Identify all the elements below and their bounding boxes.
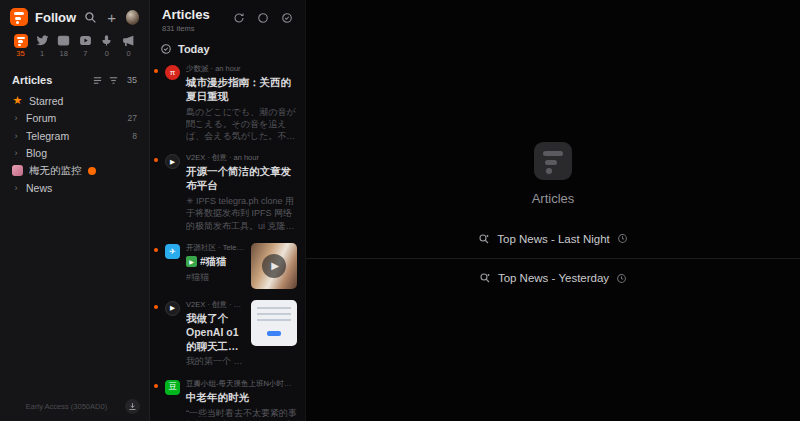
report-label: Top News - Yesterday xyxy=(498,272,609,284)
ai-search-icon xyxy=(478,233,490,245)
section-title: Articles xyxy=(12,74,87,86)
follow-logo-placeholder-icon xyxy=(534,142,572,180)
unread-dot xyxy=(154,248,158,252)
bird-icon xyxy=(35,33,50,48)
feed-avatar: 豆 xyxy=(165,380,180,395)
search-icon[interactable] xyxy=(83,9,97,25)
follow-logo-icon xyxy=(10,8,28,26)
chevron-right-icon: › xyxy=(12,148,20,158)
sidebar: Follow + 35 1 18 7 xyxy=(0,0,150,421)
app-header: Follow + xyxy=(0,0,149,30)
entry-description: 我的第一个 AI 聊天站上… xyxy=(186,355,245,367)
article-list-header: Articles 831 items xyxy=(150,0,305,37)
entry-meta: V2EX · 创意 · an hour xyxy=(186,153,297,163)
star-icon: ★ xyxy=(12,95,23,106)
view-tabs: 35 1 18 7 0 xyxy=(0,30,149,63)
sort-icon[interactable] xyxy=(108,75,119,86)
tab-articles[interactable]: 35 xyxy=(11,33,30,58)
megaphone-icon xyxy=(121,33,136,48)
sidebar-item-news[interactable]: › News xyxy=(0,180,149,198)
unread-dot xyxy=(154,305,158,309)
app-title: Follow xyxy=(35,10,76,25)
feed-avatar: π xyxy=(165,65,180,80)
download-button[interactable] xyxy=(125,399,140,414)
tab-audio[interactable]: 0 xyxy=(97,33,116,58)
feed-avatar: ✈ xyxy=(165,244,180,259)
list-title: Articles xyxy=(162,7,231,22)
entry-title: 城市漫步指南：关西的夏日重现 xyxy=(186,76,297,104)
user-avatar[interactable] xyxy=(126,10,139,25)
item-count: 831 items xyxy=(162,24,231,33)
entry-description: #猫猫 xyxy=(186,271,245,283)
entry-description: “一些当时看去不太要紧的事却能长久扎根在记忆里。它们一向都在那儿安睡，偶尔醒一下… xyxy=(186,407,297,421)
unread-dot xyxy=(154,69,158,73)
check-circle-icon xyxy=(160,43,172,55)
video-icon: ▶ xyxy=(186,256,197,267)
sidebar-item-blog[interactable]: › Blog xyxy=(0,145,149,163)
play-icon: ▶ xyxy=(262,254,286,278)
feed-avatar: ▶ xyxy=(165,301,180,316)
unread-filter-icon[interactable] xyxy=(255,10,271,26)
chevron-right-icon: › xyxy=(12,113,20,123)
article-list-item[interactable]: ▶ V2EX · 创意 · an hour 开源一个简洁的文章发布平台 ✳ IP… xyxy=(150,148,305,237)
tab-videos[interactable]: 7 xyxy=(76,33,95,58)
today-label: Today xyxy=(178,43,210,55)
top-news-last-night[interactable]: Top News - Last Night xyxy=(306,219,800,258)
chevron-right-icon: › xyxy=(12,131,20,141)
video-play-icon xyxy=(78,33,93,48)
version-label: Early Access (3050AD0) xyxy=(14,402,119,411)
article-list-item[interactable]: 豆 豆瓣小组-每天摸鱼上班N小时的我们一起聊… · 3 hours 中老年的时光… xyxy=(150,374,305,421)
add-subscription-button[interactable]: + xyxy=(104,9,118,25)
report-label: Top News - Last Night xyxy=(497,233,610,245)
mark-all-read-icon[interactable] xyxy=(279,10,295,26)
article-list-item[interactable]: ▶ V2EX · 创意 · 3 hours 我做了个 OpenAI o1 的聊天… xyxy=(150,295,305,374)
article-list-item[interactable]: ✈ 开源社区 · Telegram… · 2 hours ▶ #猫猫 #猫猫 ▶ xyxy=(150,238,305,295)
reader-panel: Articles Top News - Last Night Top News … xyxy=(306,0,800,421)
feed-avatar: ▶ xyxy=(165,154,180,169)
sidebar-item-starred[interactable]: ★ Starred xyxy=(0,92,149,110)
picture-icon xyxy=(56,33,71,48)
sidebar-item-forum[interactable]: › Forum 27 xyxy=(0,110,149,128)
tab-social-media[interactable]: 1 xyxy=(33,33,52,58)
feed-section-header: Articles 35 xyxy=(0,63,149,92)
entry-title: 中老年的时光 xyxy=(186,391,297,405)
top-news-yesterday[interactable]: Top News - Yesterday xyxy=(306,258,800,297)
articles-icon xyxy=(14,34,28,48)
article-list-item[interactable]: π 少数派 · an hour 城市漫步指南：关西的夏日重现 島のどこにでも、潮… xyxy=(150,59,305,148)
thumbnail-screenshot[interactable] xyxy=(251,300,297,346)
entry-meta: 开源社区 · Telegram… · 2 hours xyxy=(186,243,245,253)
clock-icon xyxy=(616,273,627,284)
feed-error-badge-icon xyxy=(88,167,96,175)
sidebar-footer: Early Access (3050AD0) xyxy=(0,393,149,421)
entry-description: 島のどこにでも、潮の音が聞こえる。その音を追えば、会える気がした。不管在岛的哪里… xyxy=(186,106,297,143)
tab-pictures[interactable]: 18 xyxy=(54,33,73,58)
entry-meta: 豆瓣小组-每天摸鱼上班N小时的我们一起聊… · 3 hours xyxy=(186,379,297,389)
entry-title: ▶ #猫猫 xyxy=(186,255,245,269)
entry-title: 开源一个简洁的文章发布平台 xyxy=(186,165,297,193)
thumbnail-video[interactable]: ▶ xyxy=(251,243,297,289)
sidebar-item-feed-monitor[interactable]: 梅无的监控 xyxy=(0,162,149,180)
feed-favicon xyxy=(12,165,23,176)
entry-description: ✳ IPFS telegra.ph clone 用于将数据发布到 IPFS 网络… xyxy=(186,195,297,232)
entry-meta: V2EX · 创意 · 3 hours xyxy=(186,300,245,310)
view-list-icon[interactable] xyxy=(92,75,103,86)
daily-report-list: Top News - Last Night Top News - Yesterd… xyxy=(306,219,800,297)
feed-nav: ★ Starred › Forum 27 › Telegram 8 › Blog… xyxy=(0,92,149,197)
clock-icon xyxy=(617,233,628,244)
entry-meta: 少数派 · an hour xyxy=(186,64,297,74)
article-list: Articles 831 items Today π 少数派 · an hour… xyxy=(150,0,306,421)
unread-total: 35 xyxy=(127,75,137,85)
chevron-right-icon: › xyxy=(12,183,20,193)
sidebar-item-telegram[interactable]: › Telegram 8 xyxy=(0,127,149,145)
tab-notifications[interactable]: 0 xyxy=(119,33,138,58)
entry-title: 我做了个 OpenAI o1 的聊天工具站，给大家免费试用 xyxy=(186,312,245,354)
empty-state-label: Articles xyxy=(532,191,575,206)
microphone-icon xyxy=(99,33,114,48)
unread-dot xyxy=(154,384,158,388)
refresh-icon[interactable] xyxy=(231,10,247,26)
today-divider[interactable]: Today xyxy=(150,37,305,59)
empty-state: Articles xyxy=(532,142,575,206)
ai-search-icon xyxy=(479,272,491,284)
unread-dot xyxy=(154,158,158,162)
